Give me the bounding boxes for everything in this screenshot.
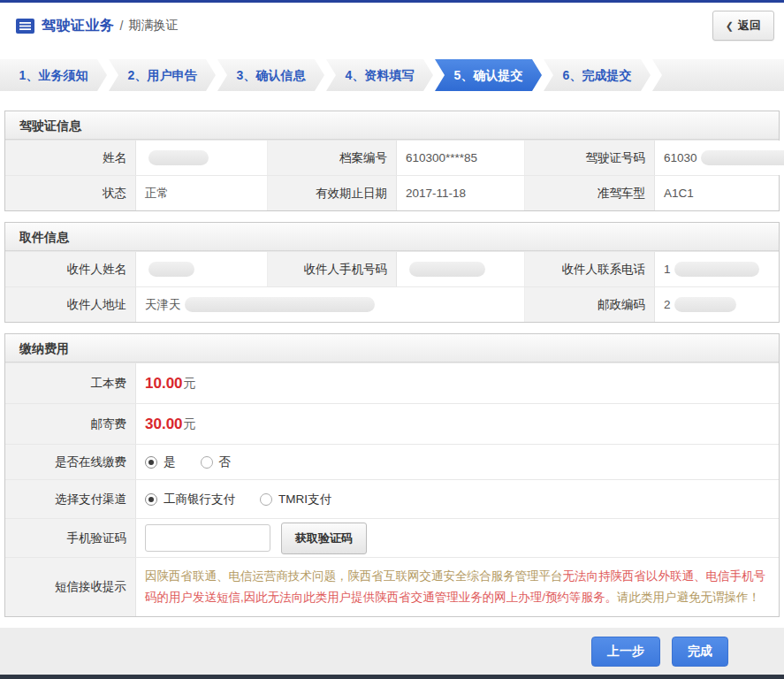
field-value-status: 正常 [136,176,268,210]
field-value-work-fee: 10.00 元 [136,363,779,403]
redacted-value [701,150,784,165]
radio-label: 是 [164,454,176,470]
notice-segment: 请此类用户避免无谓操作！ [617,591,760,604]
address-prefix: 天津天 [145,297,181,313]
field-label-file-number: 档案编号 [268,141,397,175]
field-value-name [136,141,268,175]
redacted-value [148,150,209,165]
field-value-license-number: 61030 [655,141,784,175]
finish-button[interactable]: 完成 [672,637,728,667]
radio-online-pay-yes[interactable]: 是 [145,454,176,470]
field-value-expiry-date: 2017-11-18 [397,176,525,210]
breadcrumb-current: 期满换证 [128,18,178,34]
sms-code-field: 获取验证码 [136,519,779,557]
postage-fee-unit: 元 [184,416,196,432]
step-wizard: 1、业务须知 2、用户申告 3、确认信息 4、资料填写 5、确认提交 6、完成提… [0,59,784,91]
field-value-file-number: 610300****85 [397,141,525,175]
field-label-online-pay: 是否在线缴费 [5,445,136,479]
action-button-row: 上一步 完成 [0,628,784,675]
redacted-value [185,297,375,312]
fee-row-workfee: 工本费 10.00 元 [5,362,779,403]
notice-segment: 因陕西省联通、电信运营商技术问题，陕西省互联网交通安全综合服务管理平台 [145,569,563,583]
radio-selected-icon[interactable] [145,493,157,506]
radio-label: TMRI支付 [278,492,331,507]
redacted-value [148,262,194,277]
section-title-pickup: 取件信息 [5,223,779,251]
radio-channel-icbc[interactable]: 工商银行支付 [145,492,235,507]
wizard-filler [652,59,784,91]
wizard-step-5-active[interactable]: 5、确认提交 [435,59,542,91]
wizard-step-4[interactable]: 4、资料填写 [326,59,433,91]
breadcrumb: 驾驶证业务 / 期满换证 [16,17,178,35]
field-label-postage-fee: 邮寄费 [5,404,136,444]
get-code-button[interactable]: 获取验证码 [281,523,367,554]
wizard-step-6[interactable]: 6、完成提交 [544,59,651,91]
chevron-left-icon: ❮ [726,20,734,32]
sms-code-row: 手机验证码 获取验证码 [5,518,779,557]
online-pay-row: 是否在线缴费 是 否 [5,444,779,479]
field-label-vehicle-class: 准驾车型 [525,176,655,210]
list-icon [16,19,34,34]
breadcrumb-separator: / [120,19,124,33]
prev-step-button[interactable]: 上一步 [591,637,660,667]
online-pay-options: 是 否 [136,445,779,479]
field-label-sms-code: 手机验证码 [5,519,136,557]
field-label-status: 状态 [5,176,136,210]
back-button[interactable]: ❮ 返回 [712,11,774,41]
wizard-step-3[interactable]: 3、确认信息 [217,59,324,91]
postal-code-prefix: 2 [664,298,671,311]
section-title-fees: 缴纳费用 [5,334,779,362]
field-label-pay-channel: 选择支付渠道 [5,480,136,518]
field-value-address: 天津天 [136,287,525,322]
field-value-recipient-mobile [397,252,525,286]
field-label-recipient-mobile: 收件人手机号码 [268,252,397,286]
section-license-info: 驾驶证信息 姓名 档案编号 610300****85 驾驶证号码 61030 状… [4,111,780,211]
wizard-step-1[interactable]: 1、业务须知 [0,59,107,91]
table-row: 收件人姓名 收件人手机号码 收件人联系电话 1 [5,251,779,286]
field-label-recipient-name: 收件人姓名 [5,252,136,286]
radio-unselected-icon[interactable] [201,456,213,469]
field-label-work-fee: 工本费 [5,363,136,403]
sms-code-input[interactable] [145,524,270,552]
redacted-value [674,297,736,312]
work-fee-unit: 元 [184,376,196,392]
field-value-vehicle-class: A1C1 [655,176,779,210]
field-value-postage-fee: 30.00 元 [136,404,779,444]
work-fee-amount: 10.00 [145,375,183,393]
breadcrumb-section[interactable]: 驾驶证业务 [42,17,115,35]
redacted-value [674,262,759,277]
table-row: 收件人地址 天津天 邮政编码 2 [5,286,779,322]
footer-band: 上一步 完成 [0,628,784,679]
section-title-license: 驾驶证信息 [5,111,779,140]
sms-notice-text: 因陕西省联通、电信运营商技术问题，陕西省互联网交通安全综合服务管理平台无法向持陕… [136,558,779,616]
radio-selected-icon[interactable] [145,456,157,469]
postage-fee-amount: 30.00 [145,416,183,433]
wizard-step-2[interactable]: 2、用户申告 [109,59,216,91]
field-label-address: 收件人地址 [5,287,136,322]
table-row: 状态 正常 有效期止日期 2017-11-18 准驾车型 A1C1 [5,175,779,210]
back-button-label: 返回 [738,18,761,34]
redacted-value [409,262,485,277]
license-number-prefix: 61030 [664,151,697,164]
radio-label: 否 [219,454,232,470]
field-label-postal-code: 邮政编码 [525,287,655,322]
radio-channel-tmri[interactable]: TMRI支付 [260,492,331,507]
field-value-postal-code: 2 [655,287,779,322]
field-value-recipient-name [136,252,268,286]
section-payment-fees: 缴纳费用 工本费 10.00 元 邮寄费 30.00 元 是否在线缴费 是 否 … [4,333,780,617]
pay-channel-row: 选择支付渠道 工商银行支付 TMRI支付 [5,479,779,518]
field-label-sms-notice: 短信接收提示 [5,558,136,616]
field-label-name: 姓名 [5,141,136,175]
radio-unselected-icon[interactable] [260,493,272,506]
radio-online-pay-no[interactable]: 否 [201,454,232,470]
sms-notice-row: 短信接收提示 因陕西省联通、电信运营商技术问题，陕西省互联网交通安全综合服务管理… [5,557,779,616]
contact-phone-prefix: 1 [664,263,671,276]
table-row: 姓名 档案编号 610300****85 驾驶证号码 61030 [5,140,779,175]
page-header: 驾驶证业务 / 期满换证 ❮ 返回 [0,3,784,49]
radio-label: 工商银行支付 [164,492,235,507]
footer-dark-bar [0,675,784,679]
section-pickup-info: 取件信息 收件人姓名 收件人手机号码 收件人联系电话 1 收件人地址 天津天 邮… [4,222,780,323]
field-label-expiry-date: 有效期止日期 [268,176,397,210]
fee-row-postage: 邮寄费 30.00 元 [5,403,779,444]
field-value-contact-phone: 1 [655,252,779,286]
